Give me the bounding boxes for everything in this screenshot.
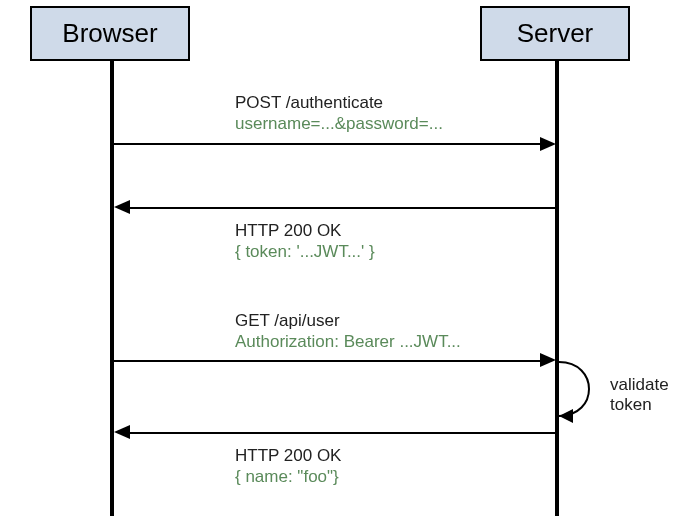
participant-server: Server bbox=[480, 6, 630, 61]
msg-get-user: GET /api/user Authorization: Bearer ...J… bbox=[235, 310, 461, 353]
arrow-token-response-head bbox=[114, 200, 130, 214]
note-validate-token: validate token bbox=[610, 375, 669, 416]
msg-authenticate-line1: POST /authenticate bbox=[235, 92, 443, 113]
arrow-user-response-head bbox=[114, 425, 130, 439]
arrow-user-response bbox=[128, 432, 556, 434]
svg-marker-0 bbox=[559, 409, 573, 423]
arrow-authenticate bbox=[114, 143, 542, 145]
participant-browser-label: Browser bbox=[62, 18, 157, 49]
arrow-authenticate-head bbox=[540, 137, 556, 151]
note-validate-line1: validate bbox=[610, 375, 669, 395]
msg-authenticate: POST /authenticate username=...&password… bbox=[235, 92, 443, 135]
msg-user-response-line1: HTTP 200 OK bbox=[235, 445, 341, 466]
arrow-get-user-head bbox=[540, 353, 556, 367]
msg-get-user-line2: Authorization: Bearer ...JWT... bbox=[235, 331, 461, 352]
msg-token-response: HTTP 200 OK { token: '...JWT...' } bbox=[235, 220, 375, 263]
self-loop-validate bbox=[555, 358, 615, 428]
msg-token-response-line1: HTTP 200 OK bbox=[235, 220, 375, 241]
participant-browser: Browser bbox=[30, 6, 190, 61]
note-validate-line2: token bbox=[610, 395, 669, 415]
arrow-get-user bbox=[114, 360, 542, 362]
arrow-token-response bbox=[128, 207, 556, 209]
msg-authenticate-line2: username=...&password=... bbox=[235, 113, 443, 134]
lifeline-server bbox=[555, 61, 559, 516]
sequence-diagram: Browser Server POST /authenticate userna… bbox=[0, 0, 700, 516]
lifeline-browser bbox=[110, 61, 114, 516]
participant-server-label: Server bbox=[517, 18, 594, 49]
msg-token-response-line2: { token: '...JWT...' } bbox=[235, 241, 375, 262]
msg-user-response-line2: { name: "foo"} bbox=[235, 466, 341, 487]
msg-get-user-line1: GET /api/user bbox=[235, 310, 461, 331]
msg-user-response: HTTP 200 OK { name: "foo"} bbox=[235, 445, 341, 488]
